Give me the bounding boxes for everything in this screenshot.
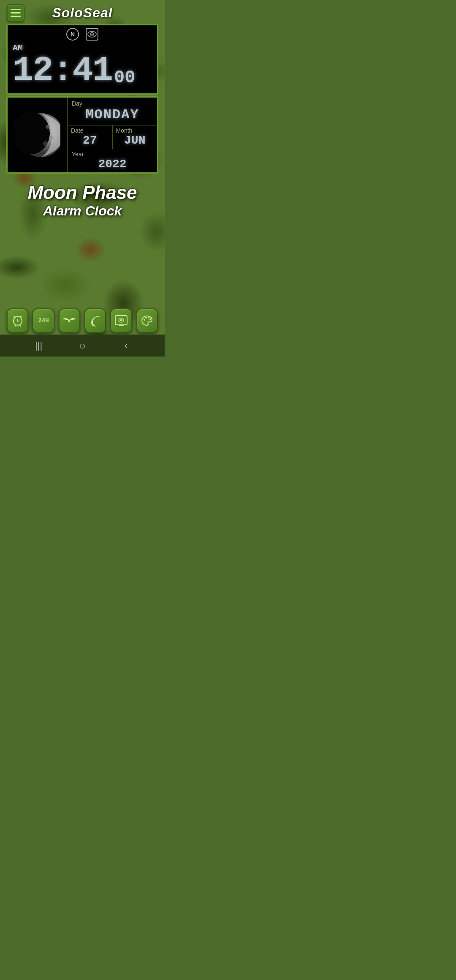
moon-button[interactable] [84, 308, 106, 333]
svg-point-25 [145, 317, 147, 318]
signal-button[interactable] [59, 308, 80, 333]
svg-point-24 [144, 319, 145, 321]
svg-point-26 [148, 317, 149, 318]
menu-button[interactable] [7, 4, 24, 22]
year-section: Year 2022 [68, 149, 157, 172]
svg-point-18 [68, 320, 71, 322]
date-label: Date [71, 127, 109, 134]
nav-home-button[interactable]: ○ [73, 336, 92, 355]
menu-icon [11, 9, 21, 10]
time-seconds: 00 [114, 69, 135, 87]
moon-phase-label: Moon Phase [27, 182, 137, 203]
date-month-row: Date 27 Month JUN [68, 125, 157, 149]
24h-label: 24H [38, 317, 49, 324]
clock-icons-row: N [8, 25, 157, 41]
clock-display: AM 12:41 00 [8, 41, 157, 93]
svg-point-8 [50, 136, 54, 139]
svg-line-16 [15, 325, 16, 327]
svg-line-17 [20, 325, 21, 327]
palette-button[interactable] [136, 308, 158, 333]
moon-image [14, 108, 60, 163]
year-value: 2022 [72, 158, 153, 171]
moon-phase-panel [8, 98, 67, 172]
info-panel: Day MONDAY Date 27 Month JUN Year 2022 [6, 96, 158, 174]
navigation-bar: ||| ○ ‹ [0, 335, 165, 357]
n-icon: N [66, 28, 79, 41]
clock-panel: N AM 12:41 00 [6, 24, 158, 95]
nav-recent-button[interactable]: ||| [30, 336, 48, 355]
app-title: SoloSeal [52, 5, 112, 21]
clock-eye-icon[interactable] [86, 28, 98, 41]
date-value: 27 [71, 134, 109, 147]
date-panel: Day MONDAY Date 27 Month JUN Year 2022 [67, 98, 157, 172]
alarm-clock-label: Alarm Clock [27, 203, 137, 219]
alarm-button[interactable] [7, 308, 28, 333]
nav-back-button[interactable]: ‹ [117, 336, 135, 355]
nav-back-icon: ‹ [125, 340, 128, 351]
time-hours-minutes: 12:41 [13, 54, 112, 88]
day-label: Day [72, 100, 153, 107]
menu-icon [11, 16, 21, 17]
nav-recent-icon: ||| [35, 340, 42, 351]
svg-point-7 [46, 125, 50, 129]
toolbar: 24H [0, 308, 165, 333]
svg-point-13 [17, 321, 18, 322]
nav-home-icon: ○ [79, 339, 86, 352]
month-section: Month JUN [113, 125, 157, 149]
moon-phase-title-block: Moon Phase Alarm Clock [27, 182, 137, 219]
digital-time: 12:41 00 [13, 54, 152, 88]
day-value: MONDAY [72, 107, 153, 122]
svg-point-10 [49, 130, 51, 132]
svg-point-27 [149, 318, 151, 320]
month-value: JUN [116, 134, 154, 147]
year-label: Year [72, 151, 153, 158]
day-section: Day MONDAY [68, 98, 157, 125]
month-label: Month [116, 127, 154, 134]
menu-icon [11, 12, 21, 14]
header: SoloSeal [0, 0, 165, 24]
24h-button[interactable]: 24H [33, 308, 54, 333]
svg-point-9 [43, 141, 48, 146]
svg-point-21 [120, 319, 122, 321]
svg-point-2 [92, 34, 93, 35]
eye-screen-button[interactable] [110, 308, 132, 333]
date-section: Date 27 [68, 125, 113, 149]
